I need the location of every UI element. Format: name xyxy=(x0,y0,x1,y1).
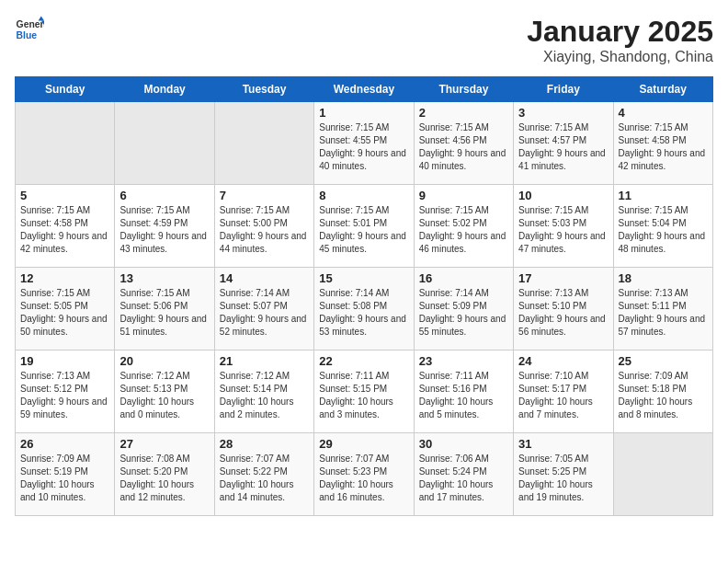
day-info: Sunrise: 7:13 AMSunset: 5:11 PMDaylight:… xyxy=(619,287,708,339)
day-info: Sunrise: 7:05 AMSunset: 5:25 PMDaylight:… xyxy=(518,453,608,504)
calendar-cell: 17Sunrise: 7:13 AMSunset: 5:10 PMDayligh… xyxy=(514,268,613,350)
day-number: 23 xyxy=(419,354,508,368)
day-info: Sunrise: 7:10 AMSunset: 5:17 PMDaylight:… xyxy=(518,370,608,421)
day-number: 16 xyxy=(419,271,508,285)
day-info: Sunrise: 7:11 AMSunset: 5:16 PMDaylight:… xyxy=(419,370,508,421)
day-number: 3 xyxy=(518,106,608,120)
calendar-cell: 14Sunrise: 7:14 AMSunset: 5:07 PMDayligh… xyxy=(214,268,313,350)
day-of-week-header: Tuesday xyxy=(214,77,313,102)
day-info: Sunrise: 7:15 AMSunset: 5:03 PMDaylight:… xyxy=(518,204,608,256)
calendar-cell: 4Sunrise: 7:15 AMSunset: 4:58 PMDaylight… xyxy=(613,102,712,185)
day-number: 20 xyxy=(119,354,209,368)
day-info: Sunrise: 7:14 AMSunset: 5:08 PMDaylight:… xyxy=(319,287,408,339)
day-number: 18 xyxy=(619,271,708,285)
day-number: 22 xyxy=(319,354,408,368)
day-of-week-header: Friday xyxy=(514,77,613,102)
calendar-cell: 25Sunrise: 7:09 AMSunset: 5:18 PMDayligh… xyxy=(613,350,712,433)
day-info: Sunrise: 7:13 AMSunset: 5:12 PMDaylight:… xyxy=(20,370,109,421)
day-number: 10 xyxy=(518,189,608,202)
calendar-week-row: 26Sunrise: 7:09 AMSunset: 5:19 PMDayligh… xyxy=(16,433,713,516)
calendar-cell: 1Sunrise: 7:15 AMSunset: 4:55 PMDaylight… xyxy=(314,102,414,185)
day-info: Sunrise: 7:15 AMSunset: 5:04 PMDaylight:… xyxy=(619,204,708,256)
calendar-cell: 20Sunrise: 7:12 AMSunset: 5:13 PMDayligh… xyxy=(115,350,214,433)
calendar-cell: 2Sunrise: 7:15 AMSunset: 4:56 PMDaylight… xyxy=(414,102,513,185)
day-number: 29 xyxy=(319,437,408,451)
page-subtitle: Xiaying, Shandong, China xyxy=(527,49,713,65)
calendar-week-row: 1Sunrise: 7:15 AMSunset: 4:55 PMDaylight… xyxy=(16,102,713,185)
day-info: Sunrise: 7:13 AMSunset: 5:10 PMDaylight:… xyxy=(518,287,608,339)
day-number: 26 xyxy=(20,437,109,451)
calendar-cell: 26Sunrise: 7:09 AMSunset: 5:19 PMDayligh… xyxy=(16,433,115,516)
day-number: 5 xyxy=(20,189,109,202)
calendar-body: 1Sunrise: 7:15 AMSunset: 4:55 PMDaylight… xyxy=(16,102,713,516)
day-info: Sunrise: 7:15 AMSunset: 5:01 PMDaylight:… xyxy=(319,204,408,256)
calendar-cell: 7Sunrise: 7:15 AMSunset: 5:00 PMDaylight… xyxy=(214,185,313,268)
calendar-week-row: 12Sunrise: 7:15 AMSunset: 5:05 PMDayligh… xyxy=(16,268,713,350)
day-number: 14 xyxy=(220,271,309,285)
day-info: Sunrise: 7:09 AMSunset: 5:18 PMDaylight:… xyxy=(619,370,708,421)
day-info: Sunrise: 7:06 AMSunset: 5:24 PMDaylight:… xyxy=(419,453,508,504)
calendar-cell: 12Sunrise: 7:15 AMSunset: 5:05 PMDayligh… xyxy=(16,268,115,350)
day-of-week-header: Sunday xyxy=(16,77,115,102)
calendar-cell: 3Sunrise: 7:15 AMSunset: 4:57 PMDaylight… xyxy=(514,102,613,185)
calendar-cell: 5Sunrise: 7:15 AMSunset: 4:58 PMDaylight… xyxy=(16,185,115,268)
day-info: Sunrise: 7:15 AMSunset: 5:05 PMDaylight:… xyxy=(20,287,109,339)
title-block: January 2025 Xiaying, Shandong, China xyxy=(527,15,713,65)
calendar-cell: 8Sunrise: 7:15 AMSunset: 5:01 PMDaylight… xyxy=(314,185,414,268)
day-info: Sunrise: 7:14 AMSunset: 5:07 PMDaylight:… xyxy=(220,287,309,339)
calendar-cell xyxy=(214,102,313,185)
svg-text:General: General xyxy=(17,19,44,29)
calendar-cell: 29Sunrise: 7:07 AMSunset: 5:23 PMDayligh… xyxy=(314,433,414,516)
day-info: Sunrise: 7:15 AMSunset: 5:02 PMDaylight:… xyxy=(419,204,508,256)
day-info: Sunrise: 7:15 AMSunset: 4:56 PMDaylight:… xyxy=(419,121,508,173)
svg-marker-2 xyxy=(39,17,44,21)
calendar-week-row: 5Sunrise: 7:15 AMSunset: 4:58 PMDaylight… xyxy=(16,185,713,268)
calendar-cell: 9Sunrise: 7:15 AMSunset: 5:02 PMDaylight… xyxy=(414,185,513,268)
day-of-week-header: Thursday xyxy=(414,77,513,102)
day-number: 25 xyxy=(619,354,708,368)
calendar-cell: 13Sunrise: 7:15 AMSunset: 5:06 PMDayligh… xyxy=(115,268,214,350)
calendar-cell xyxy=(16,102,115,185)
day-number: 19 xyxy=(20,354,109,368)
day-info: Sunrise: 7:09 AMSunset: 5:19 PMDaylight:… xyxy=(20,453,109,504)
logo: General Blue xyxy=(15,15,48,44)
day-number: 17 xyxy=(518,271,608,285)
day-number: 12 xyxy=(20,271,109,285)
calendar-header-row: SundayMondayTuesdayWednesdayThursdayFrid… xyxy=(16,77,713,102)
day-info: Sunrise: 7:15 AMSunset: 4:58 PMDaylight:… xyxy=(20,204,109,256)
day-info: Sunrise: 7:15 AMSunset: 5:06 PMDaylight:… xyxy=(119,287,209,339)
day-info: Sunrise: 7:15 AMSunset: 5:00 PMDaylight:… xyxy=(220,204,309,256)
calendar-cell: 30Sunrise: 7:06 AMSunset: 5:24 PMDayligh… xyxy=(414,433,513,516)
day-info: Sunrise: 7:12 AMSunset: 5:13 PMDaylight:… xyxy=(119,370,209,421)
day-number: 8 xyxy=(319,189,408,202)
calendar-cell: 21Sunrise: 7:12 AMSunset: 5:14 PMDayligh… xyxy=(214,350,313,433)
day-number: 27 xyxy=(119,437,209,451)
day-info: Sunrise: 7:14 AMSunset: 5:09 PMDaylight:… xyxy=(419,287,508,339)
calendar-cell: 31Sunrise: 7:05 AMSunset: 5:25 PMDayligh… xyxy=(514,433,613,516)
day-number: 30 xyxy=(419,437,508,451)
calendar-cell: 23Sunrise: 7:11 AMSunset: 5:16 PMDayligh… xyxy=(414,350,513,433)
day-number: 6 xyxy=(119,189,209,202)
day-info: Sunrise: 7:15 AMSunset: 4:57 PMDaylight:… xyxy=(518,121,608,173)
calendar-cell: 27Sunrise: 7:08 AMSunset: 5:20 PMDayligh… xyxy=(115,433,214,516)
day-number: 31 xyxy=(518,437,608,451)
calendar-week-row: 19Sunrise: 7:13 AMSunset: 5:12 PMDayligh… xyxy=(16,350,713,433)
day-info: Sunrise: 7:12 AMSunset: 5:14 PMDaylight:… xyxy=(220,370,309,421)
day-info: Sunrise: 7:15 AMSunset: 4:59 PMDaylight:… xyxy=(119,204,209,256)
day-number: 11 xyxy=(619,189,708,202)
page-header: General Blue January 2025 Xiaying, Shand… xyxy=(15,15,713,65)
day-info: Sunrise: 7:08 AMSunset: 5:20 PMDaylight:… xyxy=(119,453,209,504)
day-info: Sunrise: 7:07 AMSunset: 5:23 PMDaylight:… xyxy=(319,453,408,504)
calendar-cell: 16Sunrise: 7:14 AMSunset: 5:09 PMDayligh… xyxy=(414,268,513,350)
day-number: 7 xyxy=(220,189,309,202)
day-info: Sunrise: 7:07 AMSunset: 5:22 PMDaylight:… xyxy=(220,453,309,504)
calendar-table: SundayMondayTuesdayWednesdayThursdayFrid… xyxy=(15,76,713,516)
calendar-cell: 28Sunrise: 7:07 AMSunset: 5:22 PMDayligh… xyxy=(214,433,313,516)
day-of-week-header: Monday xyxy=(115,77,214,102)
day-number: 28 xyxy=(220,437,309,451)
day-number: 15 xyxy=(319,271,408,285)
calendar-cell: 11Sunrise: 7:15 AMSunset: 5:04 PMDayligh… xyxy=(613,185,712,268)
calendar-cell: 19Sunrise: 7:13 AMSunset: 5:12 PMDayligh… xyxy=(16,350,115,433)
day-number: 24 xyxy=(518,354,608,368)
day-number: 1 xyxy=(319,106,408,120)
